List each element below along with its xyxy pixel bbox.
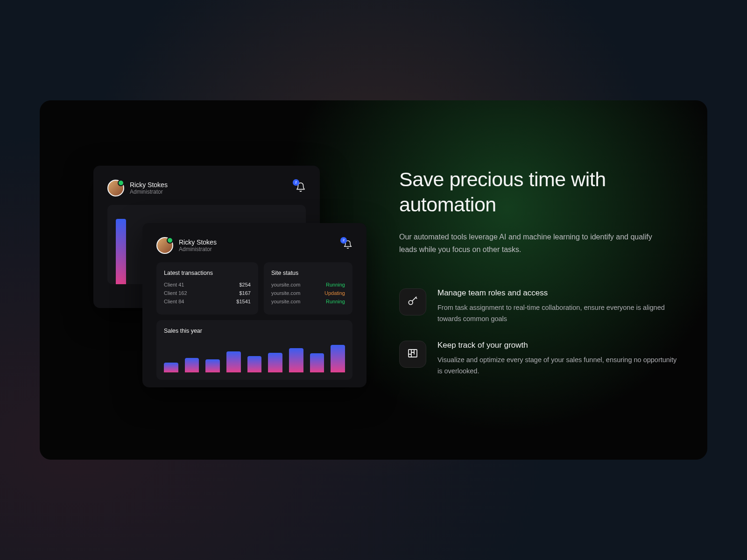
client-label: Client 162	[164, 290, 187, 296]
feature-icon-box	[399, 341, 426, 368]
feature-icon-box	[399, 288, 426, 315]
feature-item: Manage team roles and access From task a…	[399, 288, 679, 325]
key-icon	[407, 295, 419, 309]
feature-item: Keep track of your growth Visualize and …	[399, 341, 679, 377]
amount: $167	[239, 290, 250, 296]
widget-title: Sales this year	[164, 328, 345, 334]
section-lead: Our automated tools leverage AI and mach…	[399, 231, 670, 256]
dashboard-mockups: Ricky Stokes Administrator 2 Ricky St	[68, 149, 352, 411]
text-column: Save precious time with automation Our a…	[399, 167, 679, 393]
avatar[interactable]	[107, 180, 124, 196]
site-label: yoursite.com	[271, 282, 300, 287]
feature-desc: Visualize and optimize every stage of yo…	[437, 355, 679, 377]
chart-bar	[185, 358, 199, 373]
chart-bar	[247, 356, 262, 372]
status-badge: Updating	[324, 290, 345, 296]
client-label: Client 41	[164, 282, 184, 287]
table-row: yoursite.com Updating	[271, 290, 345, 296]
transactions-widget: Latest transactions Client 41 $254 Clien…	[156, 262, 258, 315]
table-row: yoursite.com Running	[271, 282, 345, 287]
chart-bar	[205, 359, 220, 372]
site-label: yoursite.com	[271, 290, 300, 296]
card-header: Ricky Stokes Administrator 2	[101, 173, 312, 205]
amount: $1541	[236, 299, 251, 304]
bell-icon	[296, 186, 306, 194]
feature-panel: Ricky Stokes Administrator 2 Ricky St	[40, 100, 707, 460]
bar-chart	[164, 340, 345, 372]
notification-badge: 2	[340, 237, 347, 244]
amount: $254	[239, 282, 250, 287]
site-label: yoursite.com	[271, 299, 300, 304]
client-label: Client 84	[164, 299, 184, 304]
chart-bar	[310, 353, 324, 372]
widget-title: Latest transactions	[164, 270, 251, 276]
user-role: Administrator	[179, 246, 338, 252]
section-heading: Save precious time with automation	[399, 167, 679, 217]
notifications-button[interactable]: 2	[343, 240, 352, 251]
svg-rect-1	[409, 350, 417, 357]
chart-bar	[331, 345, 345, 373]
user-name: Ricky Stokes	[179, 238, 338, 246]
dashboard-card-front: Ricky Stokes Administrator 2 Latest tran…	[142, 223, 366, 387]
widget-title: Site status	[271, 270, 345, 276]
card-header: Ricky Stokes Administrator 2	[150, 231, 359, 262]
avatar[interactable]	[156, 237, 173, 254]
chart-bar	[164, 363, 178, 372]
notification-badge: 2	[293, 179, 299, 186]
feature-title: Manage team roles and access	[437, 288, 679, 298]
table-row: yoursite.com Running	[271, 299, 345, 304]
user-role: Administrator	[130, 189, 290, 195]
sales-chart-widget: Sales this year	[156, 320, 352, 380]
bell-icon	[343, 243, 352, 251]
user-name: Ricky Stokes	[130, 181, 290, 189]
site-status-widget: Site status yoursite.com Running yoursit…	[264, 262, 352, 315]
table-row: Client 162 $167	[164, 290, 251, 296]
feature-desc: From task assignment to real-time collab…	[437, 302, 679, 325]
feature-title: Keep track of your growth	[437, 341, 679, 350]
chart-bar	[289, 348, 303, 373]
table-row: Client 41 $254	[164, 282, 251, 287]
status-badge: Running	[326, 282, 345, 287]
chart-bar	[226, 351, 241, 373]
status-badge: Running	[326, 299, 345, 304]
table-row: Client 84 $1541	[164, 299, 251, 304]
notifications-button[interactable]: 2	[296, 182, 306, 194]
chart-bar	[268, 353, 282, 372]
kanban-icon	[407, 348, 418, 361]
